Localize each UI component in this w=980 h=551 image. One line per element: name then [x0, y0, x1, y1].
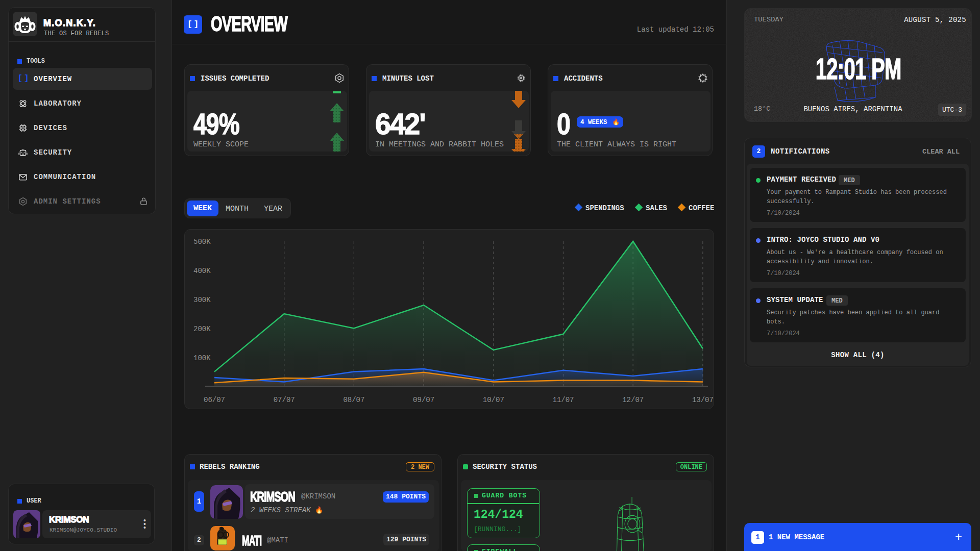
- svg-text:12/07: 12/07: [622, 396, 644, 404]
- svg-text:500K: 500K: [193, 238, 211, 246]
- svg-text:COFFEE: COFFEE: [689, 204, 714, 212]
- svg-text:09/07: 09/07: [413, 396, 434, 404]
- svg-text:200K: 200K: [193, 325, 211, 333]
- svg-text:13/07: 13/07: [692, 396, 714, 404]
- svg-text:100K: 100K: [193, 354, 211, 362]
- svg-text:07/07: 07/07: [274, 396, 295, 404]
- svg-text:SALES: SALES: [646, 204, 667, 212]
- svg-text:10/07: 10/07: [483, 396, 504, 404]
- svg-text:11/07: 11/07: [552, 396, 574, 404]
- svg-text:06/07: 06/07: [204, 396, 225, 404]
- svg-text:400K: 400K: [193, 267, 211, 275]
- svg-text:300K: 300K: [193, 296, 211, 304]
- svg-text:SPENDINGS: SPENDINGS: [585, 204, 624, 212]
- svg-text:08/07: 08/07: [343, 396, 364, 404]
